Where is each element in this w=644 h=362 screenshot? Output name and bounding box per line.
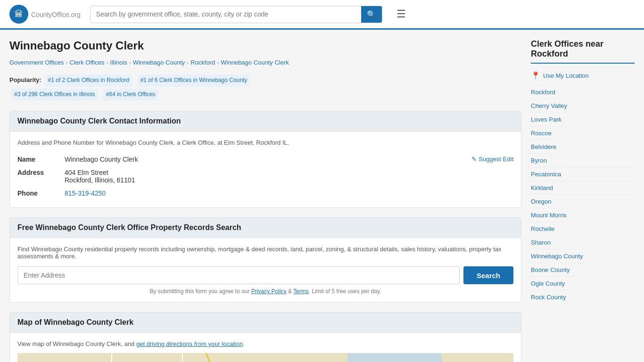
breadcrumb-sep-4: ›: [187, 59, 189, 66]
sidebar-item-roscoe: Roscoe: [531, 126, 635, 140]
sidebar-link-ogle-county[interactable]: Ogle County: [531, 280, 565, 287]
main-container: Winnebago County Clerk Government Office…: [0, 30, 644, 362]
property-section-header: Free Winnebago County Clerk Office Prope…: [10, 218, 521, 238]
phone-link[interactable]: 815-319-4250: [65, 189, 106, 197]
popularity-badge-4: #64 in Clerk Offices: [103, 89, 158, 101]
sidebar-link-kirkland[interactable]: Kirkland: [531, 184, 553, 191]
breadcrumb-link-govt[interactable]: Government Offices: [9, 59, 64, 66]
contact-section: Winnebago County Clerk Contact Informati…: [9, 111, 521, 208]
sidebar-item-sharon: Sharon: [531, 235, 635, 249]
breadcrumb-sep-1: ›: [66, 59, 67, 66]
contact-section-header: Winnebago County Clerk Contact Informati…: [10, 111, 521, 132]
address-value: 404 Elm Street Rockford, Illinois, 61101: [65, 166, 513, 187]
sidebar-link-rochelle[interactable]: Rochelle: [531, 225, 555, 232]
sidebar-item-belvidere: Belvidere: [531, 140, 635, 153]
sidebar-link-sharon[interactable]: Sharon: [531, 239, 551, 246]
property-section: Free Winnebago County Clerk Office Prope…: [9, 217, 521, 303]
property-description: Find Winnebago County residential proper…: [17, 246, 513, 260]
contact-phone-row: Phone 815-319-4250: [17, 187, 513, 200]
sidebar-link-mount-morris[interactable]: Mount Morris: [531, 212, 567, 219]
header: 🏛 CountyOffice.org 🔍 ☰: [0, 0, 644, 30]
sidebar-link-oregon[interactable]: Oregon: [531, 198, 551, 205]
sidebar-link-belvidere[interactable]: Belvidere: [531, 143, 556, 150]
sidebar-item-kirkland: Kirkland: [531, 181, 635, 194]
logo[interactable]: 🏛 CountyOffice.org: [9, 5, 81, 24]
sidebar-item-boone-county: Boone County: [531, 263, 635, 276]
location-pin-icon: 📍: [531, 71, 540, 80]
popularity-label: Popularity:: [9, 76, 41, 83]
sidebar: Clerk Offices near Rockford 📍 Use My Loc…: [531, 39, 635, 362]
breadcrumb-sep-5: ›: [217, 59, 219, 66]
name-label: Name: [17, 153, 65, 166]
sidebar-link-rockford[interactable]: Rockford: [531, 89, 555, 96]
map-description: View map of Winnebago County Clerk, and …: [17, 340, 513, 347]
logo-icon: 🏛: [9, 5, 28, 24]
popularity-badge-1: #1 of 2 Clerk Offices in Rockford: [45, 74, 132, 87]
breadcrumb-link-winnebago[interactable]: Winnebago County: [133, 59, 185, 66]
suggest-edit-link[interactable]: ✎ Suggest Edit: [471, 156, 513, 163]
breadcrumb-sep-3: ›: [129, 59, 131, 66]
header-search-input[interactable]: [91, 7, 361, 22]
contact-info-table: Name Winnebago County Clerk ✎ Suggest Ed…: [17, 153, 513, 200]
phone-value: 815-319-4250: [65, 187, 513, 200]
sidebar-item-mount-morris: Mount Morris: [531, 208, 635, 222]
address-search-input[interactable]: [17, 266, 460, 284]
popularity-badge-2: #1 of 6 Clerk Offices in Winnebago Count…: [138, 74, 250, 87]
sidebar-item-rock-county: Rock County: [531, 290, 635, 304]
map-placeholder[interactable]: Winnebago County Clerk: [17, 353, 513, 362]
logo-text: CountyOffice.org: [31, 9, 81, 19]
contact-address-row: Address 404 Elm Street Rockford, Illinoi…: [17, 166, 513, 187]
content-area: Winnebago County Clerk Government Office…: [9, 39, 521, 362]
svg-rect-6: [347, 353, 442, 362]
page-title: Winnebago County Clerk: [9, 39, 521, 52]
property-section-body: Find Winnebago County residential proper…: [10, 238, 521, 302]
menu-icon[interactable]: ☰: [396, 8, 406, 20]
map-section-header: Map of Winnebago County Clerk: [10, 313, 521, 333]
property-search-button[interactable]: Search: [463, 266, 513, 284]
header-search-container: 🔍: [90, 6, 382, 23]
sidebar-link-boone-county[interactable]: Boone County: [531, 266, 570, 273]
address-search-row: Search: [17, 266, 513, 284]
popularity-section: Popularity: #1 of 2 Clerk Offices in Roc…: [9, 74, 521, 101]
directions-link[interactable]: get driving directions from your locatio…: [136, 340, 243, 347]
sidebar-item-loves-park: Loves Park: [531, 112, 635, 126]
sidebar-link-byron[interactable]: Byron: [531, 157, 547, 164]
map-section-body: View map of Winnebago County Clerk, and …: [10, 333, 521, 362]
sidebar-item-ogle-county: Ogle County: [531, 276, 635, 290]
use-my-location-link[interactable]: 📍 Use My Location: [531, 71, 635, 80]
address-label: Address: [17, 166, 65, 187]
sidebar-link-winnebago-county[interactable]: Winnebago County: [531, 253, 583, 260]
sidebar-item-rochelle: Rochelle: [531, 222, 635, 235]
privacy-note: By submitting this form you agree to our…: [17, 288, 513, 295]
popularity-badge-3: #3 of 296 Clerk Offices in Illinois: [11, 89, 98, 101]
sidebar-item-cherry-valley: Cherry Valley: [531, 99, 635, 112]
sidebar-list: Rockford Cherry Valley Loves Park Roscoe…: [531, 85, 635, 304]
breadcrumb-sep-2: ›: [107, 59, 108, 66]
sidebar-link-pecatonica[interactable]: Pecatonica: [531, 171, 561, 178]
sidebar-link-roscoe[interactable]: Roscoe: [531, 130, 552, 137]
name-value: Winnebago County Clerk ✎ Suggest Edit: [65, 153, 513, 166]
phone-label: Phone: [17, 187, 65, 200]
sidebar-item-rockford: Rockford: [531, 85, 635, 99]
breadcrumb-link-illinois[interactable]: Illinois: [110, 59, 127, 66]
contact-name-row: Name Winnebago County Clerk ✎ Suggest Ed…: [17, 153, 513, 166]
sidebar-link-loves-park[interactable]: Loves Park: [531, 116, 561, 123]
breadcrumb-link-rockford[interactable]: Rockford: [190, 59, 215, 66]
map-section: Map of Winnebago County Clerk View map o…: [9, 312, 521, 362]
search-icon: 🔍: [367, 10, 376, 18]
contact-description: Address and Phone Number for Winnebago C…: [17, 139, 513, 146]
privacy-policy-link[interactable]: Privacy Policy: [251, 288, 287, 295]
sidebar-link-rock-county[interactable]: Rock County: [531, 294, 566, 301]
sidebar-item-pecatonica: Pecatonica: [531, 167, 635, 181]
breadcrumb-link-current[interactable]: Winnebago County Clerk: [221, 59, 289, 66]
sidebar-title: Clerk Offices near Rockford: [531, 39, 635, 64]
terms-link[interactable]: Terms: [293, 288, 309, 295]
sidebar-link-cherry-valley[interactable]: Cherry Valley: [531, 102, 567, 109]
sidebar-item-oregon: Oregon: [531, 194, 635, 208]
sidebar-item-byron: Byron: [531, 153, 635, 167]
breadcrumb: Government Offices › Clerk Offices › Ill…: [9, 59, 521, 66]
contact-section-body: Address and Phone Number for Winnebago C…: [10, 132, 521, 207]
breadcrumb-link-clerk[interactable]: Clerk Offices: [69, 59, 104, 66]
sidebar-item-winnebago-county: Winnebago County: [531, 249, 635, 263]
header-search-button[interactable]: 🔍: [361, 6, 382, 23]
